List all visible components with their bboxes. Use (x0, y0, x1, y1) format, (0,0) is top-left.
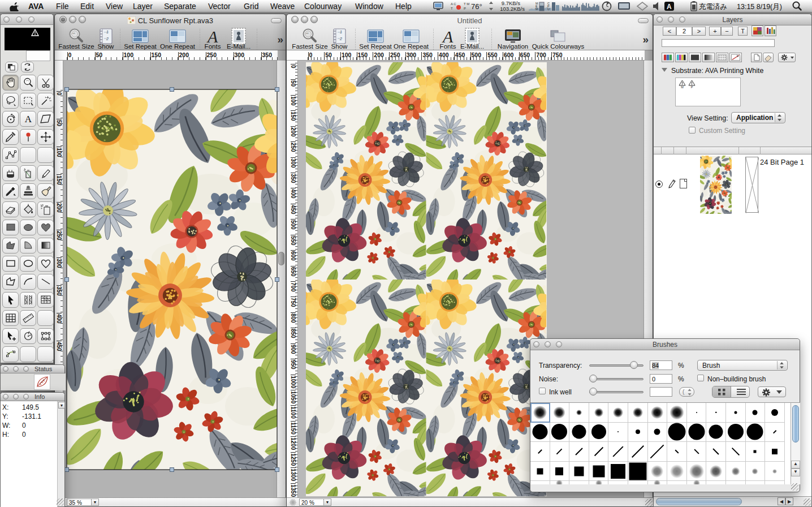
svg-text:P: P (464, 7, 466, 10)
svg-text:1: 1 (340, 30, 342, 34)
svg-text:T M: T M (464, 2, 469, 6)
svg-text:A C: A C (451, 2, 456, 6)
svg-text:A: A (206, 28, 218, 45)
svg-text:103.2KB/s: 103.2KB/s (500, 6, 525, 12)
svg-text:M: M (681, 85, 684, 88)
svg-text:M: M (535, 7, 538, 11)
svg-text:T: T (451, 7, 453, 10)
svg-text:76°: 76° (471, 2, 482, 11)
svg-text:13:15 8/19(月): 13:15 8/19(月) (737, 3, 782, 11)
svg-text:“”: “” (306, 32, 309, 36)
svg-text:“”: “” (72, 32, 75, 36)
svg-text:A: A (667, 3, 672, 11)
svg-text:U: U (547, 7, 550, 11)
svg-text:A: A (25, 114, 32, 124)
svg-text:1: 1 (106, 30, 109, 34)
svg-text:A: A (442, 28, 453, 45)
svg-text:P: P (691, 85, 693, 88)
svg-text:充電済み: 充電済み (699, 3, 727, 11)
svg-text:2: 2 (339, 37, 342, 41)
svg-text:2: 2 (106, 37, 109, 41)
